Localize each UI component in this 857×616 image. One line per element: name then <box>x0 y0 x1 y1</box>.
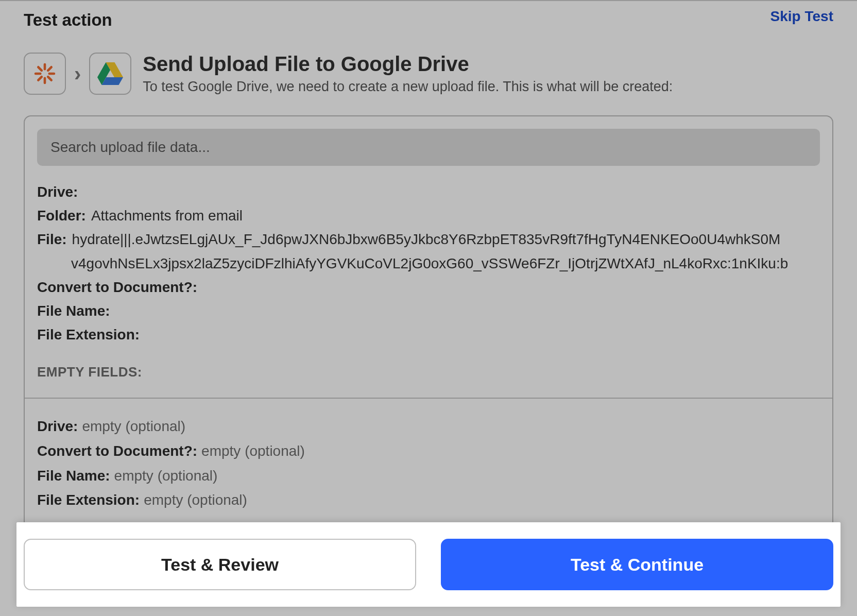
empty-row: Convert to Document?:empty (optional) <box>37 439 820 464</box>
empty-label: File Extension: <box>37 492 140 508</box>
svg-rect-7 <box>46 75 53 82</box>
empty-row: File Extension:empty (optional) <box>37 488 820 512</box>
field-label: File: <box>37 228 67 251</box>
test-review-button[interactable]: Test & Review <box>24 539 416 590</box>
svg-rect-0 <box>44 63 46 71</box>
action-text: Send Upload File to Google Drive To test… <box>143 53 833 95</box>
empty-label: File Name: <box>37 468 110 484</box>
empty-value: empty (optional) <box>197 443 305 459</box>
field-label: File Name: <box>37 299 110 323</box>
field-file-ext: File Extension: <box>37 323 820 347</box>
empty-label: Drive: <box>37 418 78 434</box>
field-label: Drive: <box>37 180 78 204</box>
field-file-name: File Name: <box>37 299 820 323</box>
field-convert: Convert to Document?: <box>37 276 820 299</box>
panel-header-row: Test action Skip Test <box>24 1 833 30</box>
section-title: Test action <box>24 10 112 30</box>
zapier-icon <box>24 53 66 95</box>
test-continue-button[interactable]: Test & Continue <box>441 539 833 590</box>
empty-fields-heading: EMPTY FIELDS: <box>37 364 820 380</box>
google-drive-icon <box>89 53 131 95</box>
filled-fields: Drive: Folder: Attachments from email Fi… <box>25 180 832 398</box>
svg-rect-2 <box>35 73 42 75</box>
data-card: Search upload file data... Drive: Folder… <box>24 115 833 531</box>
empty-label: Convert to Document?: <box>37 443 197 459</box>
empty-fields-list: Drive:empty (optional) Convert to Docume… <box>25 399 832 529</box>
svg-rect-6 <box>37 65 43 72</box>
empty-row: File Name:empty (optional) <box>37 464 820 488</box>
empty-value: empty (optional) <box>78 418 185 434</box>
empty-value: empty (optional) <box>110 468 218 484</box>
action-subtitle: To test Google Drive, we need to create … <box>143 79 833 95</box>
field-value: hydrate|||.eJwtzsELgjAUx_F_Jd6pwJXN6bJbx… <box>67 228 781 251</box>
svg-rect-3 <box>48 73 55 75</box>
field-value: Attachments from email <box>86 204 243 228</box>
search-input[interactable]: Search upload file data... <box>37 129 820 166</box>
empty-value: empty (optional) <box>140 492 247 508</box>
test-action-panel: Test action Skip Test › <box>0 0 857 531</box>
field-file-line2: v4govhNsELx3jpsx2laZ5zyciDFzlhiAfyYGVKuC… <box>37 252 820 276</box>
action-title: Send Upload File to Google Drive <box>143 53 833 76</box>
svg-rect-1 <box>44 77 46 84</box>
action-header: › Send Upload File to Google Drive To te… <box>24 53 833 95</box>
field-label: File Extension: <box>37 323 140 347</box>
field-drive: Drive: <box>37 180 820 204</box>
field-folder: Folder: Attachments from email <box>37 204 820 228</box>
field-file: File: hydrate|||.eJwtzsELgjAUx_F_Jd6pwJX… <box>37 228 820 251</box>
svg-rect-5 <box>37 75 43 82</box>
skip-test-link[interactable]: Skip Test <box>770 8 833 25</box>
button-bar: Test & Review Test & Continue <box>16 522 841 607</box>
field-label: Convert to Document?: <box>37 276 197 299</box>
chevron-right-icon: › <box>74 62 81 85</box>
field-label: Folder: <box>37 204 86 228</box>
empty-row: Drive:empty (optional) <box>37 414 820 439</box>
svg-rect-4 <box>46 65 53 72</box>
